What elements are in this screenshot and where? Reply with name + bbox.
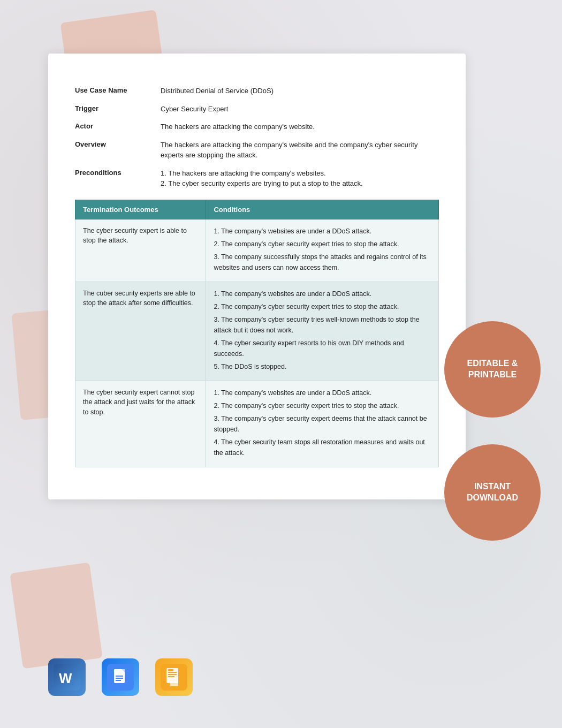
svg-rect-6 [116, 676, 123, 677]
editable-badge: EDITABLE &PRINTABLE [444, 321, 541, 418]
svg-rect-15 [170, 681, 178, 686]
condition-2-2: 2. The company's cyber security expert t… [214, 301, 431, 312]
outcome-1: The cyber security expert is able to sto… [75, 219, 206, 282]
overview-label: Overview [75, 140, 161, 148]
condition-2-3: 3. The company's cyber security tries we… [214, 314, 431, 336]
condition-3-4: 4. The cyber security team stops all res… [214, 437, 431, 458]
info-section: Use Case Name Distributed Denial of Serv… [75, 86, 439, 189]
download-badge-text: INSTANTDOWNLOAD [467, 481, 518, 504]
condition-1-1: 1. The company's websites are under a DD… [214, 226, 431, 237]
use-case-row: Use Case Name Distributed Denial of Serv… [75, 86, 439, 96]
download-badge: INSTANTDOWNLOAD [444, 444, 541, 541]
use-case-value: Distributed Denial of Service (DDoS) [161, 86, 439, 96]
condition-3-2: 2. The company's cyber security expert t… [214, 400, 431, 411]
overview-row: Overview The hackers are attacking the c… [75, 140, 439, 161]
condition-3-3: 3. The company's cyber security expert d… [214, 413, 431, 435]
use-case-label: Use Case Name [75, 86, 161, 94]
actor-label: Actor [75, 122, 161, 130]
condition-1-2: 2. The company's cyber security expert t… [214, 239, 431, 249]
svg-rect-8 [116, 680, 121, 681]
condition-2-4: 4. The cyber security expert resorts to … [214, 338, 431, 359]
outcome-2: The cuber security experts are able to s… [75, 282, 206, 381]
document-card: Use Case Name Distributed Denial of Serv… [48, 54, 466, 499]
outcome-3: The cyber security expert cannot stop th… [75, 381, 206, 467]
preconditions-row: Preconditions 1. The hackers are attacki… [75, 168, 439, 189]
condition-1-3: 3. The company successfully stops the at… [214, 252, 431, 273]
actor-value: The hackers are attacking the company's … [161, 122, 439, 132]
word-svg: W [54, 664, 80, 691]
docs-icon [102, 658, 139, 696]
col-header-termination: Termination Outcomes [75, 200, 206, 219]
conditions-3: 1. The company's websites are under a DD… [206, 381, 439, 467]
editable-badge-text: EDITABLE &PRINTABLE [467, 358, 518, 381]
svg-text:W: W [59, 670, 72, 686]
trigger-row: Trigger Cyber Security Expert [75, 104, 439, 115]
conditions-1: 1. The company's websites are under a DD… [206, 219, 439, 282]
table-row: The cuber security experts are able to s… [75, 282, 439, 381]
table-row: The cyber security expert is able to sto… [75, 219, 439, 282]
docs-svg [107, 664, 134, 691]
bg-decoration-3 [10, 562, 103, 669]
svg-rect-14 [168, 669, 173, 671]
svg-rect-12 [168, 674, 177, 675]
trigger-label: Trigger [75, 104, 161, 112]
precondition-1: 1. The hackers are attacking the company… [161, 168, 439, 179]
overview-value: The hackers are attacking the company's … [161, 140, 439, 161]
table-row: The cyber security expert cannot stop th… [75, 381, 439, 467]
actor-row: Actor The hackers are attacking the comp… [75, 122, 439, 132]
condition-2-5: 5. The DDoS is stopped. [214, 361, 431, 372]
outcomes-table: Termination Outcomes Conditions The cybe… [75, 200, 439, 467]
condition-3-1: 1. The company's websites are under a DD… [214, 388, 431, 398]
conditions-2: 1. The company's websites are under a DD… [206, 282, 439, 381]
precondition-2: 2. The cyber security experts are trying… [161, 178, 439, 189]
svg-rect-13 [168, 676, 174, 677]
word-icon: W [48, 658, 86, 696]
table-header-row: Termination Outcomes Conditions [75, 200, 439, 219]
condition-2-1: 1. The company's websites are under a DD… [214, 289, 431, 299]
pages-svg [161, 664, 187, 691]
trigger-value: Cyber Security Expert [161, 104, 439, 115]
col-header-conditions: Conditions [206, 200, 439, 219]
svg-rect-7 [116, 678, 123, 679]
bottom-icons-bar: W [48, 658, 193, 696]
pages-icon [155, 658, 193, 696]
preconditions-value: 1. The hackers are attacking the company… [161, 168, 439, 189]
preconditions-label: Preconditions [75, 168, 161, 177]
svg-rect-11 [168, 672, 177, 673]
